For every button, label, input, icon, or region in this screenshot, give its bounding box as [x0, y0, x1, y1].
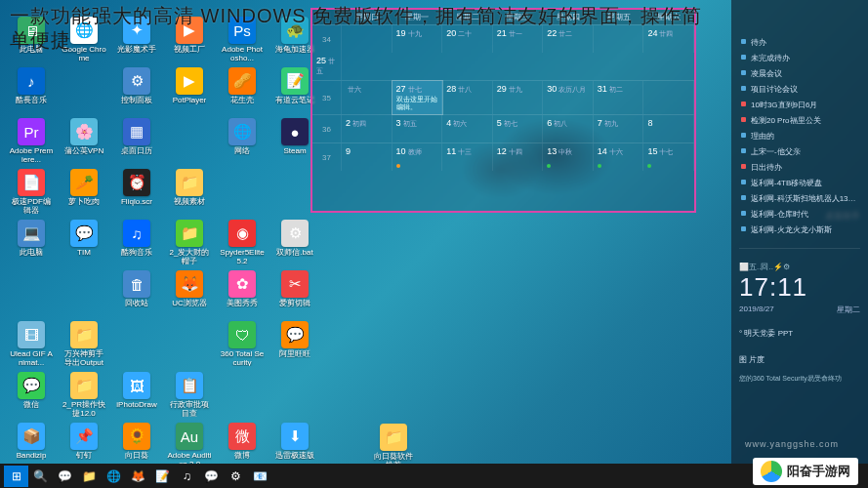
taskbar-app[interactable]: 🦊 [126, 466, 150, 487]
calendar-cell[interactable]: 11十三 [442, 143, 493, 171]
desktop-icon[interactable]: 📌钉钉 [61, 421, 107, 468]
desktop-icon[interactable]: 💬TIM [61, 218, 107, 264]
calendar-cell[interactable] [342, 25, 393, 53]
sidebar-item[interactable]: 检测20 Pro福里公关 [739, 113, 860, 129]
calendar-cell[interactable]: 24廿四 [643, 25, 694, 53]
overlay-title-1: 一款功能强大的高清 WINDOWS 免费版软件，拥有简洁友好的界面，操作简 [10, 3, 702, 29]
desktop-icon[interactable]: ♫酷狗音乐 [113, 218, 160, 264]
taskbar-app[interactable]: 💬 [53, 466, 77, 487]
desktop-icon[interactable]: PrAdobe Premiere... [8, 116, 55, 163]
desktop-icon[interactable]: ⏰Fliqlo.scr [113, 167, 160, 214]
sidebar-item[interactable]: 未完成待办 [739, 51, 860, 66]
calendar-cell[interactable]: 9 [342, 143, 393, 171]
icon-label: 蒲公英VPN [64, 146, 103, 155]
sidebar-panel[interactable]: 待办未完成待办凌晨会议项目讨论会议10时3G直到9日6月检测20 Pro福里公关… [731, 0, 868, 464]
taskbar-app[interactable]: 📝 [150, 466, 175, 487]
desktop-icon[interactable]: ✿美图秀秀 [219, 268, 266, 315]
desktop-icon[interactable]: 🗑回收站 [113, 268, 160, 315]
calendar-cell[interactable]: 4初六 [442, 115, 493, 142]
desktop-icon[interactable]: 🎞Ulead GIF Animat... [8, 319, 55, 366]
calendar-cell[interactable]: 21廿一 [493, 25, 544, 53]
sidebar-reminder-1[interactable]: ° 明天党委 PPT [739, 325, 860, 342]
taskbar-app[interactable]: 💬 [199, 466, 224, 487]
desktop-icon[interactable]: 📁2_PR操作快捷12.0 [61, 370, 107, 417]
desktop-icon[interactable]: 🌻向日葵 [113, 421, 160, 468]
calendar-cell[interactable]: 20二十 [442, 25, 493, 53]
desktop-icon[interactable]: 📁万兴神剪手导出Output [61, 319, 107, 366]
icon-label: 萝卜吃肉 [68, 197, 100, 206]
app-icon: 🗑 [123, 270, 150, 298]
desktop-icon[interactable]: ⚙双师信.bat [271, 218, 318, 264]
start-button[interactable]: ⊞ [4, 466, 28, 487]
sidebar-reminder-2[interactable]: 图 片度 [739, 351, 860, 368]
desktop-icon[interactable]: ✂爱剪切辑 [271, 268, 318, 315]
sidebar-item[interactable]: 上宋一-他父亲 [739, 144, 860, 160]
taskbar[interactable]: ⊞🔍💬📁🌐🦊📝♫💬⚙📧 ▲ 📶 🔊 英 [0, 464, 868, 488]
sidebar-item[interactable]: 10时3G直到9日6月 [739, 98, 860, 113]
taskbar-app[interactable]: 📁 [77, 466, 102, 487]
taskbar-app[interactable]: 📧 [248, 466, 272, 487]
calendar-cell[interactable]: 5初七 [493, 115, 544, 142]
sidebar-item[interactable]: 凌晨会议 [739, 66, 860, 82]
desktop-icon[interactable]: ⬇迅雷极速版 [271, 421, 318, 468]
calendar-cell[interactable]: 2初四 [342, 115, 393, 142]
calendar-cell[interactable]: 31初二 [594, 81, 644, 114]
sidebar-item[interactable]: 日出待办 [739, 160, 860, 176]
calendar-cell[interactable]: 8 [643, 115, 694, 142]
calendar-cell[interactable]: 30农历八月 [543, 81, 594, 114]
desktop-icon[interactable]: 🛡360 Total Security [219, 319, 266, 366]
desktop-icon[interactable]: ▶PotPlayer [166, 65, 213, 112]
desktop-icon[interactable]: 📄极速PDF编辑器 [8, 167, 55, 214]
calendar-cell[interactable]: 3初五 [393, 115, 443, 142]
calendar-cell[interactable]: 6初八 [543, 115, 594, 142]
desktop-icon[interactable]: 微微博 [219, 421, 266, 468]
app-icon: 🎞 [18, 321, 45, 348]
calendar-cell[interactable]: 10教师 [393, 143, 443, 171]
desktop-icon[interactable]: ⚙控制面板 [113, 65, 160, 112]
sidebar-item[interactable]: 返利网-4TB移动硬盘 [739, 176, 860, 191]
calendar-cell[interactable]: 22廿二 [543, 25, 594, 53]
desktop-icon[interactable]: ▦桌面日历 [113, 116, 160, 163]
desktop-icon[interactable]: 💬阿里旺旺 [271, 319, 318, 366]
sidebar-item[interactable]: 返利网-火龙火龙小斯斯 [739, 223, 860, 238]
calendar-cell[interactable]: 7初九 [594, 115, 644, 142]
sidebar-item[interactable]: 返利网-科沃斯扫地机器人13188847226 [739, 191, 860, 207]
desktop-icon[interactable]: 💻此电脑 [8, 218, 55, 264]
taskbar-app[interactable]: 🌐 [102, 466, 126, 487]
calendar-cell[interactable]: 12十四 [493, 143, 544, 171]
calendar-cell[interactable]: 廿六 [342, 81, 393, 114]
desktop-icon[interactable]: 🌸蒲公英VPN [61, 116, 107, 163]
desktop-icon[interactable]: AuAdobe Audition 3.0 [166, 421, 213, 468]
desktop-icon[interactable]: 📦Bandizip [8, 421, 55, 468]
sidebar-item[interactable]: 理由的 [739, 129, 860, 144]
desktop-icon[interactable]: 📁向日葵软件推荐 [371, 422, 416, 469]
calendar-cell[interactable]: 14十六 [594, 143, 644, 171]
desktop-icon[interactable]: 📋行政审批项目查 [166, 370, 213, 417]
desktop-icon[interactable]: 🥜花生壳 [219, 65, 266, 112]
taskbar-app[interactable]: ♫ [175, 466, 199, 487]
taskbar-app[interactable]: 🔍 [28, 466, 53, 487]
calendar-cell[interactable]: 15十七 [643, 143, 694, 171]
sidebar-item[interactable]: 项目讨论会议 [739, 82, 860, 98]
calendar-cell[interactable] [643, 81, 694, 114]
desktop-icon[interactable]: 🥕萝卜吃肉 [61, 167, 107, 214]
desktop-icon[interactable]: 🖼iPhotoDraw [113, 370, 160, 417]
calendar-cell[interactable] [594, 25, 644, 53]
calendar-cell[interactable]: 27廿七双击这里开始编辑。 [393, 81, 443, 114]
desktop-calendar-widget[interactable]: 星期日星期一星期二星期三星期四星期五星期六 3419十九20二十21廿一22廿二… [310, 8, 696, 213]
desktop-icon[interactable]: 🦊UC浏览器 [166, 268, 213, 315]
calendar-cell[interactable]: 28廿八 [442, 81, 493, 114]
calendar-cell[interactable]: 19十九 [393, 25, 443, 53]
calendar-cell[interactable]: 29廿九 [493, 81, 544, 114]
taskbar-app[interactable]: ⚙ [224, 466, 248, 487]
calendar-cell[interactable]: 13中秋 [543, 143, 594, 171]
sidebar-item[interactable]: 返利网-仓库时代 [739, 207, 860, 223]
desktop-icon[interactable]: ◉Spyder5Elite 5.2 [219, 218, 266, 264]
desktop-icon[interactable]: ♪酷長音乐 [8, 65, 55, 112]
desktop-icon[interactable]: 📁2_发大财的帽子 [166, 218, 213, 264]
desktop-icon[interactable]: 💬微信 [8, 370, 55, 417]
calendar-cell[interactable]: 25廿五 [312, 53, 342, 80]
desktop-icon[interactable]: 🌐网络 [219, 116, 266, 163]
desktop-icon[interactable]: 📁视频素材 [166, 167, 213, 214]
sidebar-item[interactable]: 待办 [739, 35, 860, 51]
